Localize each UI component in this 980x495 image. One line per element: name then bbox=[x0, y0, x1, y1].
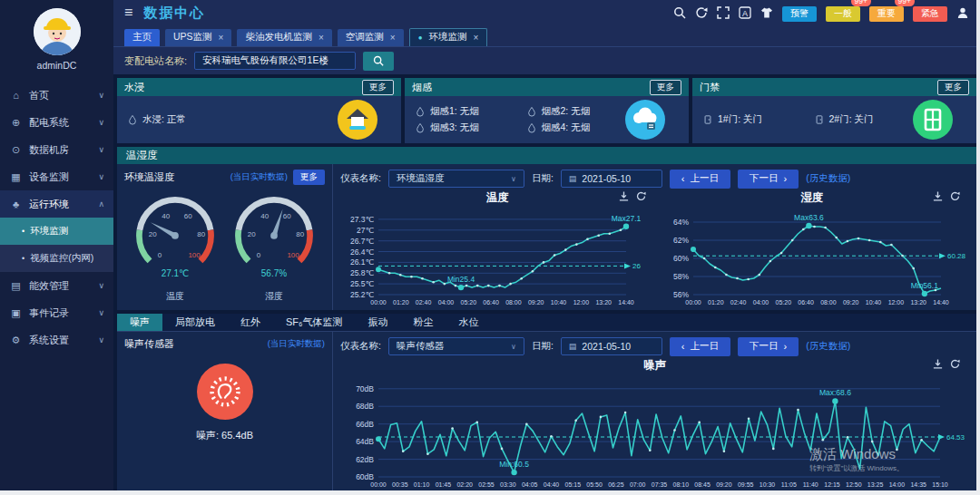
station-input[interactable] bbox=[194, 52, 356, 70]
avatar[interactable] bbox=[34, 8, 81, 55]
prev-day-button[interactable]: ‹上一日 bbox=[670, 337, 730, 356]
active-dot-icon: ● bbox=[418, 34, 423, 42]
tab-vibration[interactable]: 振动 bbox=[356, 314, 401, 331]
download-icon[interactable] bbox=[933, 359, 943, 369]
svg-text:06:25: 06:25 bbox=[608, 481, 624, 488]
sidebar-item-home[interactable]: ⌂首页∨ bbox=[0, 82, 113, 109]
gauge-label: 温度 bbox=[126, 290, 224, 303]
svg-text:02:40: 02:40 bbox=[416, 299, 432, 306]
tab-ups-monitor[interactable]: UPS监测× bbox=[165, 29, 231, 46]
tab-water-level[interactable]: 水位 bbox=[446, 314, 492, 331]
svg-text:05:15: 05:15 bbox=[565, 481, 582, 488]
tab-dust[interactable]: 粉尘 bbox=[401, 314, 446, 331]
topbar: ≡ 数据中心 A 预警 一般99+ 重要99+ 紧急 bbox=[113, 0, 980, 25]
fullscreen-icon[interactable] bbox=[717, 6, 730, 19]
svg-text:27.3℃: 27.3℃ bbox=[350, 215, 375, 224]
search-button[interactable] bbox=[363, 52, 394, 71]
svg-text:01:20: 01:20 bbox=[393, 299, 409, 306]
history-data-link[interactable]: (历史数据) bbox=[806, 172, 850, 185]
alarm-button-general[interactable]: 一般 bbox=[826, 6, 860, 22]
card-door-access: 门禁更多 1#门: 关门 2#门: 关门 bbox=[692, 78, 976, 143]
history-data-link[interactable]: (历史数据) bbox=[806, 340, 850, 353]
date-input[interactable]: ▤2021-05-10 bbox=[561, 337, 662, 355]
tab-partial-discharge[interactable]: 局部放电 bbox=[162, 314, 228, 331]
close-icon[interactable]: × bbox=[219, 33, 224, 43]
droplet-icon bbox=[527, 106, 536, 117]
next-day-button[interactable]: 下一日› bbox=[738, 337, 799, 356]
refresh-icon[interactable] bbox=[950, 191, 960, 201]
sidebar-item-data-room[interactable]: ⊙数据机房∨ bbox=[0, 136, 113, 163]
more-button[interactable]: 更多 bbox=[362, 80, 394, 95]
water-leak-status: 水浸: 正常 bbox=[128, 113, 338, 126]
menu-icon[interactable]: ≡ bbox=[124, 5, 132, 21]
station-search-row: 变配电站名称: bbox=[113, 47, 980, 74]
card-title: 门禁 bbox=[700, 81, 720, 94]
svg-text:62dB: 62dB bbox=[356, 455, 374, 464]
tab-sf6-gas[interactable]: SF₆气体监测 bbox=[273, 314, 356, 331]
door-icon bbox=[913, 100, 953, 140]
svg-text:27℃: 27℃ bbox=[357, 226, 374, 235]
refresh-icon[interactable] bbox=[950, 359, 960, 369]
more-button[interactable]: 更多 bbox=[650, 80, 681, 95]
search-icon[interactable] bbox=[673, 6, 686, 19]
svg-text:68dB: 68dB bbox=[356, 402, 374, 411]
refresh-icon[interactable] bbox=[695, 6, 708, 19]
noise-chart: 60dB62dB64dB66dB68dB70dB00:0000:3501:100… bbox=[340, 373, 969, 489]
svg-text:26.4℃: 26.4℃ bbox=[350, 248, 375, 257]
tab-infrared[interactable]: 红外 bbox=[228, 314, 273, 331]
sidebar-item-video-monitor[interactable]: •视频监控(内网) bbox=[0, 245, 113, 272]
chevron-down-icon: ∨ bbox=[98, 281, 104, 290]
alarm-button-urgent[interactable]: 紧急 bbox=[913, 6, 947, 22]
download-icon[interactable] bbox=[933, 191, 943, 201]
smoke-status-4: 烟感4: 无烟 bbox=[527, 121, 626, 134]
sidebar-item-energy[interactable]: ▤能效管理∨ bbox=[0, 272, 113, 299]
alarm-general-wrap: 一般99+ bbox=[826, 4, 860, 22]
svg-text:14:35: 14:35 bbox=[910, 481, 926, 488]
svg-text:07:00: 07:00 bbox=[630, 481, 646, 488]
sidebar-item-event-log[interactable]: ▣事件记录∨ bbox=[0, 299, 113, 326]
tab-home[interactable]: 主页 bbox=[124, 29, 160, 46]
prev-day-button[interactable]: ‹上一日 bbox=[670, 170, 730, 189]
svg-text:01:20: 01:20 bbox=[708, 299, 724, 306]
temperature-chart: 25.2℃25.5℃25.8℃26.1℃26.4℃26.7℃27℃27.3℃00… bbox=[340, 205, 655, 306]
svg-text:00:35: 00:35 bbox=[392, 481, 408, 488]
chevron-down-icon: ∨ bbox=[98, 118, 104, 127]
meter-select[interactable]: 环境温湿度∨ bbox=[388, 170, 524, 188]
scrollbar[interactable] bbox=[976, 0, 980, 495]
sidebar-item-device-monitor[interactable]: ▦设备监测∨ bbox=[0, 163, 113, 190]
meter-select[interactable]: 噪声传感器∨ bbox=[388, 337, 524, 355]
card-title: 烟感 bbox=[412, 81, 432, 94]
date-label: 日期: bbox=[532, 340, 554, 353]
download-icon[interactable] bbox=[619, 191, 629, 201]
sidebar-item-power-system[interactable]: ⊕配电系统∨ bbox=[0, 109, 113, 136]
tab-diesel-generator-monitor[interactable]: 柴油发电机监测× bbox=[237, 29, 331, 46]
close-icon[interactable]: × bbox=[390, 33, 396, 43]
translate-icon[interactable]: A bbox=[739, 6, 751, 19]
bullet-icon: • bbox=[22, 227, 24, 236]
svg-text:Max63.6: Max63.6 bbox=[794, 213, 824, 222]
alarm-button-important[interactable]: 重要 bbox=[869, 6, 904, 22]
svg-text:09:20: 09:20 bbox=[842, 299, 858, 306]
more-button[interactable]: 更多 bbox=[293, 170, 325, 185]
theme-shirt-icon[interactable] bbox=[760, 6, 773, 19]
sidebar-item-settings[interactable]: ⚙系统设置∨ bbox=[0, 326, 113, 354]
tab-noise[interactable]: 噪声 bbox=[117, 314, 162, 331]
date-input[interactable]: ▤2021-05-10 bbox=[561, 170, 662, 188]
refresh-icon[interactable] bbox=[636, 191, 646, 201]
tab-environment-monitor[interactable]: ●环境监测× bbox=[409, 28, 488, 46]
close-icon[interactable]: × bbox=[318, 33, 324, 43]
next-day-button[interactable]: 下一日› bbox=[738, 170, 799, 189]
close-icon[interactable]: × bbox=[473, 33, 478, 43]
tab-hvac-monitor[interactable]: 空调监测× bbox=[338, 29, 404, 46]
svg-text:14:40: 14:40 bbox=[933, 299, 949, 306]
svg-text:11:05: 11:05 bbox=[781, 481, 797, 488]
chart-controls: 仪表名称: 噪声传感器∨ 日期: ▤2021-05-10 ‹上一日 下一日› (… bbox=[340, 335, 969, 358]
gauge-label: 湿度 bbox=[225, 290, 323, 303]
more-button[interactable]: 更多 bbox=[937, 80, 969, 95]
sidebar-item-environment-monitor[interactable]: •环境监测 bbox=[0, 218, 113, 245]
sidebar-item-environment[interactable]: ♣运行环境∧ bbox=[0, 190, 113, 218]
svg-text:10:30: 10:30 bbox=[760, 481, 776, 488]
alarm-button-warning[interactable]: 预警 bbox=[782, 6, 817, 22]
svg-text:25.2℃: 25.2℃ bbox=[350, 290, 375, 299]
user-icon[interactable] bbox=[956, 6, 969, 19]
